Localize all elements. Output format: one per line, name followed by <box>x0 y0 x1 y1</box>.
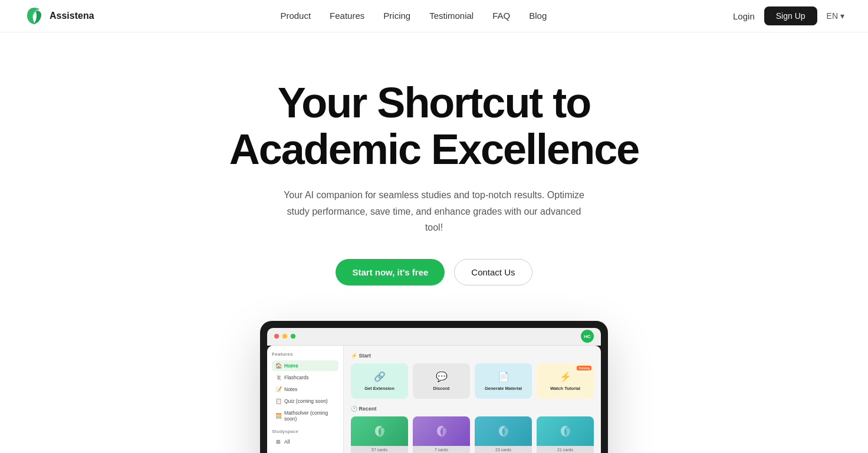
generate-icon: 📄 <box>498 371 509 382</box>
start-section-title: ⚡ Start <box>351 353 594 359</box>
sidebar-features-title: Features <box>272 352 338 357</box>
nav-pricing[interactable]: Pricing <box>383 11 410 21</box>
discord-icon: 💬 <box>436 371 448 382</box>
signup-button[interactable]: Sign Up <box>764 6 817 25</box>
start-now-button[interactable]: Start now, it's free <box>336 259 445 285</box>
app-sidebar: Features 🏠 Home 🃏 Flashcards 📝 Notes 📋 Q… <box>267 346 344 453</box>
avatar: HC <box>581 330 594 343</box>
sidebar-item-notes[interactable]: 📝 Notes <box>272 384 338 395</box>
sidebar-item-all[interactable]: ⊞ All <box>272 436 338 447</box>
nav-testimonial[interactable]: Testimonial <box>429 11 474 21</box>
brand-name: Assistena <box>50 11 94 21</box>
brand-logo[interactable]: Assistena <box>24 5 94 27</box>
recent-card-3[interactable]: 23 cards <box>475 416 532 453</box>
card-watch-tutorial[interactable]: Coming ⚡ Watch Tutorial <box>537 363 594 399</box>
recent-card-2[interactable]: 7 cards <box>413 416 470 453</box>
leaf-icon-2 <box>435 424 449 438</box>
recent-card-label-1: 57 cards <box>351 446 408 453</box>
lang-label: EN <box>827 11 838 21</box>
leaf-icon-3 <box>497 424 511 438</box>
leaf-icon-4 <box>558 424 573 438</box>
recent-card-label-3: 23 cards <box>475 446 532 453</box>
contact-us-button[interactable]: Contact Us <box>454 259 532 285</box>
recent-card-label-4: 21 cards <box>537 446 594 453</box>
card-discord[interactable]: 💬 Discord <box>413 363 470 399</box>
maximize-dot <box>291 334 295 339</box>
nav-blog[interactable]: Blog <box>529 11 547 21</box>
close-dot <box>274 334 279 339</box>
sidebar-item-flashcards[interactable]: 🃏 Flashcards <box>272 372 338 383</box>
device-frame: HC Features 🏠 Home 🃏 Flashcards 📝 Notes <box>260 321 608 453</box>
action-cards-grid: 🔗 Get Extension 💬 Discord 📄 Generate Mat… <box>351 363 594 399</box>
home-icon: 🏠 <box>275 363 281 369</box>
recent-card-img-1 <box>351 416 408 446</box>
recent-card-img-4 <box>537 416 594 446</box>
recent-card-1[interactable]: 57 cards <box>351 416 408 453</box>
hero-title: Your Shortcut to Academic Excellence <box>229 80 639 173</box>
recent-section-title: 🕐 Recent <box>351 406 594 412</box>
recent-card-img-3 <box>475 416 532 446</box>
coming-badge: Coming <box>577 366 591 370</box>
sidebar-item-quiz[interactable]: 📋 Quiz (coming soon) <box>272 396 338 406</box>
app-main: ⚡ Start 🔗 Get Extension 💬 Discord 📄 Gene… <box>344 346 601 453</box>
recent-card-4[interactable]: 21 cards <box>537 416 594 453</box>
card-get-extension[interactable]: 🔗 Get Extension <box>351 363 408 399</box>
all-icon: ⊞ <box>275 439 281 445</box>
notes-icon: 📝 <box>275 386 281 392</box>
chevron-down-icon: ▾ <box>840 11 844 21</box>
language-selector[interactable]: EN ▾ <box>827 11 844 21</box>
hero-section: Your Shortcut to Academic Excellence You… <box>0 32 868 285</box>
device-topbar: HC <box>267 328 601 346</box>
nav-product[interactable]: Product <box>280 11 311 21</box>
sidebar-item-mathsolver[interactable]: 🧮 Mathsolver (coming soon) <box>272 408 338 424</box>
minimize-dot <box>282 334 287 339</box>
recent-card-label-2: 7 cards <box>413 446 470 453</box>
login-link[interactable]: Login <box>733 11 755 21</box>
extension-icon: 🔗 <box>374 371 386 382</box>
flashcards-icon: 🃏 <box>275 375 281 380</box>
navbar: Assistena Product Features Pricing Testi… <box>0 0 868 32</box>
nav-right: Login Sign Up EN ▾ <box>733 6 844 25</box>
logo-icon <box>24 5 45 27</box>
card-generate-material[interactable]: 📄 Generate Material <box>475 363 532 399</box>
recent-cards-grid: 57 cards 7 cards <box>351 416 594 453</box>
mathsolver-icon: 🧮 <box>275 413 281 419</box>
nav-features[interactable]: Features <box>330 11 364 21</box>
quiz-icon: 📋 <box>275 398 281 404</box>
hero-cta: Start now, it's free Contact Us <box>336 259 532 285</box>
nav-links: Product Features Pricing Testimonial FAQ… <box>280 11 547 21</box>
tutorial-icon: ⚡ <box>560 371 571 382</box>
device-mockup: HC Features 🏠 Home 🃏 Flashcards 📝 Notes <box>0 321 868 453</box>
recent-card-img-2 <box>413 416 470 446</box>
sidebar-item-home[interactable]: 🏠 Home <box>272 360 338 371</box>
nav-faq[interactable]: FAQ <box>492 11 510 21</box>
hero-subtitle: Your AI companion for seamless studies a… <box>281 187 587 235</box>
studyspace-label: Studyspace <box>272 429 338 434</box>
leaf-icon-1 <box>373 424 387 438</box>
device-screen: Features 🏠 Home 🃏 Flashcards 📝 Notes 📋 Q… <box>267 346 601 453</box>
